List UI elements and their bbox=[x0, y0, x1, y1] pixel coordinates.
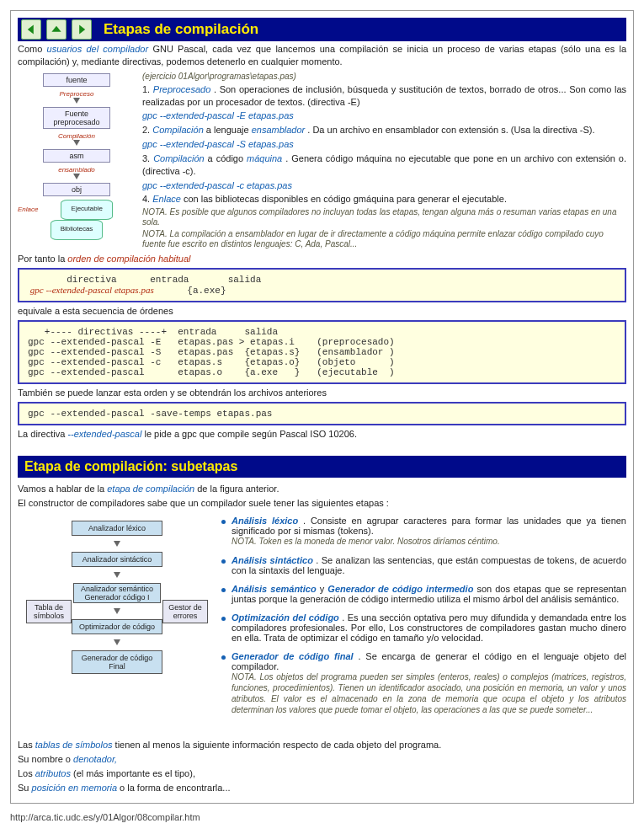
diagram-cylinder: Ejecutable bbox=[61, 200, 113, 220]
footer-url: http://arca.tic.udc.es/y/01Algor/08compi… bbox=[10, 812, 634, 822]
subetapas-text: Análisis léxico . Consiste en agrupar ca… bbox=[220, 511, 626, 724]
constructor-text: El constructor de compiladores sabe que … bbox=[18, 497, 626, 510]
bullet-item: Análisis semántico y Generador de código… bbox=[220, 584, 626, 604]
diagram-stage: Optimizador de código bbox=[72, 619, 162, 634]
nav-bar: Etapas de compilación bbox=[18, 18, 626, 41]
intro-text: Como usuarios del compilador GNU Pascal,… bbox=[18, 43, 626, 68]
stage-diagram: fuente Preproceso Fuentepreprocesado Com… bbox=[18, 70, 142, 240]
page-frame: Etapas de compilación Como usuarios del … bbox=[10, 10, 634, 804]
diagram-stage: Analizador léxico bbox=[72, 521, 162, 536]
code-box-1: directiva entrada salida gpc --extended-… bbox=[18, 268, 626, 302]
note-text: NOTA. La compilación a ensamblador en lu… bbox=[142, 229, 626, 249]
code-box-2: +---- directivas ----+ entrada salida gp… bbox=[18, 320, 626, 384]
diagram-cylinder: Bibliotecas bbox=[51, 220, 103, 240]
bullet-item: Optimización del código . Es una sección… bbox=[220, 612, 626, 643]
equiv-text: equivale a esta secuencia de órdenes bbox=[18, 305, 626, 318]
bullet-item: Análisis léxico . Consiste en agrupar ca… bbox=[220, 516, 626, 547]
subetapas-diagram: Tabla de símbolos Analizador léxico Anal… bbox=[18, 511, 220, 684]
diagram-box: fuente bbox=[43, 73, 110, 87]
section-heading: Etapa de compilación: subetapas bbox=[18, 456, 626, 478]
note-text: NOTA. Es posible que algunos compiladore… bbox=[142, 207, 626, 227]
nav-back-button[interactable] bbox=[21, 19, 41, 40]
diagram-box: obj bbox=[43, 183, 110, 196]
diagram-stage: Analizador semánticoGenerador código I bbox=[73, 583, 161, 603]
diagram-label: Enlace bbox=[18, 206, 38, 213]
diagram-sidebox: Gestor de errores bbox=[162, 600, 208, 623]
stage-row: fuente Preproceso Fuentepreprocesado Com… bbox=[18, 70, 626, 252]
diagram-sidebox: Tabla de símbolos bbox=[26, 600, 72, 623]
bullet-item: Generador de código final . Se encarga d… bbox=[220, 651, 626, 715]
diagram-box: asm bbox=[43, 149, 110, 163]
diagram-label: Preproceso bbox=[18, 90, 136, 98]
tambien-text: También se puede lanzar esta orden y se … bbox=[18, 387, 626, 399]
nav-forward-button[interactable] bbox=[72, 19, 92, 40]
cmd-line: gpc --extended-pascal -S etapas.pas bbox=[142, 138, 626, 151]
cmd-line: gpc --extended-pascal -c etapas.pas bbox=[142, 179, 626, 192]
list-line: Su posición en memoria o la forma de enc… bbox=[18, 782, 626, 794]
list-line: Su nombre o denotador, bbox=[18, 753, 626, 766]
diagram-stage: Analizador sintáctico bbox=[72, 552, 162, 567]
diagram-stage: Generador de código Final bbox=[72, 650, 162, 674]
exercise-path: (ejercicio 01Algor\programas\etapas.pas) bbox=[142, 72, 626, 82]
directiva-text: La directiva --extended-pascal le pide a… bbox=[18, 428, 626, 441]
diagram-box: Fuentepreprocesado bbox=[43, 107, 110, 129]
tablas-text: Las tablas de símbolos tienen al menos l… bbox=[18, 739, 626, 751]
vamos-text: Vamos a hablar de la etapa de compilació… bbox=[18, 483, 626, 495]
por-tanto: Por tanto la orden de compilación habitu… bbox=[18, 253, 626, 265]
bullet-item: Análisis sintáctico . Se analizan las se… bbox=[220, 555, 626, 575]
stage-text: (ejercicio 01Algor\programas\etapas.pas)… bbox=[142, 70, 626, 252]
subetapas-row: Tabla de símbolos Analizador léxico Anal… bbox=[18, 511, 626, 724]
code-box-3: gpc --extended-pascal -save-temps etapas… bbox=[18, 402, 626, 425]
nav-up-button[interactable] bbox=[46, 19, 67, 40]
page-title: Etapas de compilación bbox=[104, 21, 258, 38]
list-line: Los atributos (el más importante es el t… bbox=[18, 767, 626, 780]
cmd-line: gpc --extended-pascal -E etapas.pas bbox=[142, 110, 626, 122]
diagram-label: ensamblado bbox=[18, 166, 136, 174]
diagram-label: Compilación bbox=[18, 132, 136, 140]
